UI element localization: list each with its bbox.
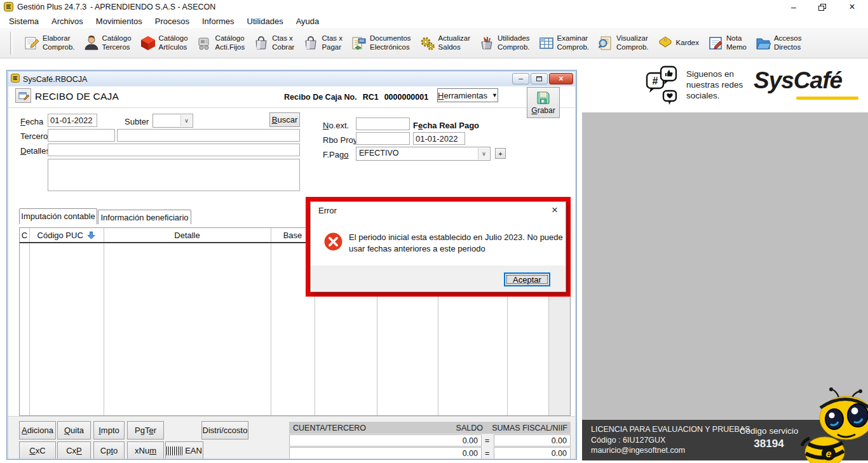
toolbar-grip: [10, 32, 13, 55]
chevron-down-icon: ▼: [492, 92, 498, 98]
menu-movimientos[interactable]: Movimientos: [90, 14, 149, 28]
detalles-textarea[interactable]: [48, 159, 300, 191]
bee-mascot: e: [801, 387, 868, 463]
social-networks-icon: #: [646, 65, 680, 109]
equals-sign: =: [485, 436, 489, 445]
summary-col-sumas: SUMAS FISCAL/NIIF: [492, 424, 567, 433]
cpto-button[interactable]: Cpto: [93, 441, 125, 459]
app-title: Gestión Plus 24.7.3: [17, 3, 86, 11]
summary-row: 0.00 = 0.00: [289, 447, 571, 459]
header-separator: [8, 107, 575, 108]
pencil-cup-icon: [478, 35, 495, 51]
toolbar-examinar-comprob[interactable]: ExaminarComprob.: [537, 30, 591, 57]
grid-header-c[interactable]: C: [20, 231, 29, 240]
person-icon: [83, 35, 100, 51]
subter-combobox[interactable]: ∨: [153, 114, 193, 128]
toolbar-elaborar-comprob[interactable]: ElaborarComprob.: [22, 30, 76, 57]
summary-row: 0.00 = 0.00: [289, 434, 571, 446]
fecha-real-pago-input[interactable]: [413, 132, 465, 145]
pgter-button[interactable]: PgTer: [127, 421, 164, 440]
toolbar-catalogo-terceros[interactable]: CatálogoTerceros: [82, 30, 133, 57]
ean-button[interactable]: EAN: [165, 441, 203, 459]
distri-ccosto-button[interactable]: Distri/ccosto: [201, 421, 248, 440]
subter-label: Subter: [125, 117, 149, 126]
cxc-button[interactable]: CxC: [19, 441, 56, 459]
fecha-input[interactable]: [48, 114, 97, 127]
form-icon: [18, 91, 29, 101]
machine-icon: [196, 35, 213, 51]
tercero-name-input[interactable]: [117, 129, 300, 142]
grid-column-divider: [271, 228, 271, 415]
xnum-button[interactable]: xNum: [127, 441, 164, 459]
tab-imputacion-contable[interactable]: Imputación contable: [19, 208, 97, 224]
impto-button[interactable]: Impto: [93, 421, 125, 440]
toolbar-accesos-directos[interactable]: AccesosDirectos: [754, 30, 803, 57]
menubar: Sistema Archivos Movimientos Procesos In…: [0, 14, 868, 28]
error-dialog: Error × El periodo inicial esta establec…: [310, 201, 566, 292]
chevron-down-icon[interactable]: ∨: [180, 115, 192, 126]
menu-informes[interactable]: Informes: [196, 14, 241, 28]
menu-utilidades[interactable]: Utilidades: [241, 14, 290, 28]
toolbar-nota-memo[interactable]: NotaMemo: [706, 30, 748, 57]
window-minimize-button[interactable]: –: [512, 73, 529, 84]
syscafe-app-icon: [4, 2, 13, 14]
grid-header-detalle[interactable]: Detalle: [104, 231, 271, 240]
herramientas-button[interactable]: Herramientas ▼: [437, 88, 498, 102]
social-banner: # Siguenos en nuestras redes sociales.: [646, 65, 757, 109]
window-close-button[interactable]: ×: [549, 73, 573, 84]
tab-informacion-beneficiario[interactable]: Información beneficiario: [98, 210, 191, 224]
red-cube-icon: [140, 35, 156, 51]
chevron-down-icon[interactable]: ∨: [478, 148, 489, 159]
noext-input[interactable]: [356, 117, 410, 130]
cxp-button[interactable]: CxP: [57, 441, 91, 459]
window-titlebar[interactable]: SysCafé.RBOCJA – ×: [8, 72, 575, 86]
aceptar-button[interactable]: Aceptar: [504, 272, 550, 286]
menu-archivos[interactable]: Archivos: [45, 14, 90, 28]
minimize-button[interactable]: –: [783, 0, 804, 14]
restore-icon: [818, 4, 826, 11]
toolbar-catalogo-actifijos[interactable]: CatálogoActi.Fijos: [195, 30, 247, 57]
fpago-combobox[interactable]: EFECTIVO ∨: [356, 147, 491, 161]
toolbar-actualizar-saldos[interactable]: ActualizarSaldos: [418, 30, 472, 57]
menu-ayuda[interactable]: Ayuda: [290, 14, 326, 28]
receipt-prefix: RC1: [363, 93, 379, 102]
bag-icon: [253, 35, 269, 51]
tercero-code-input[interactable]: [48, 129, 115, 142]
buscar-button[interactable]: Buscar: [269, 112, 300, 127]
toolbar-documentos-electronicos[interactable]: DocumentosElectrónicos: [349, 30, 412, 57]
noext-label: No.ext.: [323, 121, 349, 130]
rbo-prov-label: Rbo Prov.: [323, 135, 359, 145]
menu-procesos[interactable]: Procesos: [149, 14, 196, 28]
logo-underline: [796, 97, 858, 100]
app-titlebar[interactable]: Gestión Plus 24.7.3 - APRENDIENDO S.A.S …: [0, 0, 868, 14]
menu-sistema[interactable]: Sistema: [3, 14, 45, 28]
detalles-input[interactable]: [48, 144, 300, 156]
toolbar-kardex[interactable]: Kardex: [656, 30, 700, 57]
desktop-gray-area: [582, 112, 868, 420]
close-button[interactable]: ×: [841, 0, 863, 14]
document-title: RECIBO DE CAJA: [35, 91, 119, 102]
rbo-prov-input[interactable]: [356, 132, 410, 145]
detalles-label: Detalles: [20, 146, 50, 156]
save-floppy-icon: [536, 90, 551, 105]
receipt-number-group: Recibo De Caja No. RC1 0000000001: [284, 93, 428, 102]
restore-button[interactable]: [811, 0, 833, 14]
toolbar-visualizar-comprob[interactable]: VisualizarComprob.: [596, 30, 650, 57]
fpago-label: F.Pago: [323, 150, 348, 159]
dialog-close-button[interactable]: ×: [552, 204, 558, 217]
form-properties-button[interactable]: [15, 88, 31, 103]
kardex-icon: [657, 35, 674, 51]
dialog-title: Error: [318, 206, 337, 215]
fpago-add-button[interactable]: +: [495, 148, 506, 159]
quita-button[interactable]: Quita: [57, 421, 91, 440]
toolbar-ctas-x-cobrar[interactable]: Ctas xCobrar: [252, 30, 295, 57]
toolbar-utilidades-comprob[interactable]: UtilidadesComprob.: [477, 30, 531, 57]
adiciona-button[interactable]: Adiciona: [19, 421, 56, 440]
error-message: El periodo inicial esta establecido en J…: [349, 232, 563, 255]
grid-header-codigo-puc[interactable]: Código PUC: [29, 231, 104, 240]
toolbar-catalogo-articulos[interactable]: CatálogoArtículos: [139, 30, 189, 57]
red-highlight-annotation: Error × El periodo inicial esta establec…: [306, 197, 571, 297]
window-maximize-button[interactable]: [531, 73, 548, 84]
toolbar-ctas-x-pagar[interactable]: Ctas xPagar: [301, 30, 344, 57]
grabar-button[interactable]: Grabar: [527, 87, 560, 118]
